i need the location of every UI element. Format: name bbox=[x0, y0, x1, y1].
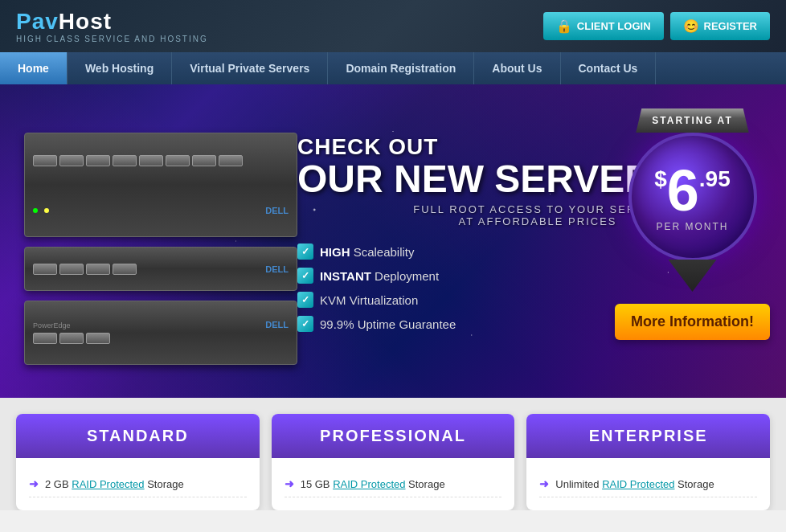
nav-web-hosting[interactable]: Web Hosting bbox=[68, 52, 172, 84]
check-icon-3: ✓ bbox=[297, 292, 313, 308]
plan-professional-storage: ➜ 15 GB RAID Protected Storage bbox=[285, 471, 502, 497]
feature-2-text: INSTANT Deployment bbox=[320, 269, 439, 283]
drive-3 bbox=[86, 155, 110, 166]
feature-1-text: HIGH Scaleability bbox=[320, 245, 415, 259]
server-led-2 bbox=[44, 208, 49, 213]
hero-subtitle-2: AT AFFORDABLE PRICES bbox=[458, 215, 616, 227]
drive-10 bbox=[59, 264, 84, 275]
drive-14 bbox=[59, 333, 84, 344]
plan-standard: STANDARD ➜ 2 GB RAID Protected Storage bbox=[16, 414, 260, 510]
drive-1 bbox=[33, 155, 57, 166]
plan-professional: PROFESSIONAL ➜ 15 GB RAID Protected Stor… bbox=[272, 414, 515, 510]
nav-home[interactable]: Home bbox=[0, 52, 68, 84]
drive-4 bbox=[113, 155, 137, 166]
plan-enterprise-body: ➜ Unlimited RAID Protected Storage bbox=[526, 458, 770, 510]
nav-about[interactable]: About Us bbox=[474, 52, 560, 84]
nav-domain[interactable]: Domain Registration bbox=[328, 52, 474, 84]
arrow-icon-2: ➜ bbox=[285, 477, 294, 490]
logo: PavHost HIGH CLASS SERVICE AND HOSTING bbox=[16, 9, 208, 43]
drive-15 bbox=[86, 333, 110, 344]
logo-subtitle: HIGH CLASS SERVICE AND HOSTING bbox=[16, 35, 208, 43]
plan-standard-storage: ➜ 2 GB RAID Protected Storage bbox=[29, 471, 247, 497]
lock-icon: 🔒 bbox=[556, 18, 572, 34]
raid-link-1[interactable]: RAID Protected bbox=[72, 478, 144, 490]
drive-11 bbox=[86, 264, 110, 275]
raid-link-2[interactable]: RAID Protected bbox=[333, 478, 405, 490]
plan-enterprise-storage: ➜ Unlimited RAID Protected Storage bbox=[539, 471, 757, 497]
arrow-icon-3: ➜ bbox=[539, 477, 549, 490]
feature-3-text: KVM Virtualization bbox=[320, 293, 418, 307]
header-buttons: 🔒 CLIENT LOGIN 😊 REGISTER bbox=[543, 12, 770, 40]
drive-8 bbox=[219, 155, 243, 166]
raid-link-3[interactable]: RAID Protected bbox=[602, 478, 674, 490]
price-tag-arrow bbox=[669, 260, 717, 292]
logo-text: PavHost bbox=[16, 9, 208, 35]
server-led-1 bbox=[33, 208, 38, 213]
starting-at-label: STARTING AT bbox=[636, 108, 748, 133]
server-unit-3: PowerEdge DELL bbox=[24, 301, 297, 365]
dell-logo: DELL bbox=[265, 206, 289, 215]
check-icon-2: ✓ bbox=[297, 268, 313, 284]
plan-standard-name: STANDARD bbox=[29, 427, 247, 445]
login-label: CLIENT LOGIN bbox=[577, 20, 651, 32]
plan-standard-body: ➜ 2 GB RAID Protected Storage bbox=[16, 458, 260, 510]
storage-text-3: Unlimited RAID Protected Storage bbox=[555, 478, 714, 490]
arrow-icon-1: ➜ bbox=[29, 477, 39, 490]
price-dollar: $ bbox=[654, 168, 667, 190]
register-label: REGISTER bbox=[704, 20, 757, 32]
server-drives-top bbox=[33, 155, 289, 166]
register-button[interactable]: 😊 REGISTER bbox=[670, 12, 770, 40]
plans-section: STANDARD ➜ 2 GB RAID Protected Storage P… bbox=[0, 398, 786, 510]
plan-professional-header: PROFESSIONAL bbox=[272, 414, 515, 458]
storage-text-1: 2 GB RAID Protected Storage bbox=[45, 478, 184, 490]
plan-enterprise-header: ENTERPRISE bbox=[526, 414, 770, 458]
feature-4-text: 99.9% Uptime Guarantee bbox=[320, 317, 456, 331]
server-unit-2: DELL bbox=[24, 247, 297, 291]
price-amount: $ 6 .95 bbox=[654, 162, 731, 219]
nav-vps[interactable]: Virtual Private Servers bbox=[172, 52, 328, 84]
logo-pav: Pav bbox=[16, 9, 59, 34]
server-unit-1: DELL bbox=[24, 133, 297, 237]
logo-host: Host bbox=[59, 9, 112, 34]
plan-standard-header: STANDARD bbox=[16, 414, 260, 458]
drive-2 bbox=[59, 155, 84, 166]
price-badge: STARTING AT $ 6 .95 PER MONTH More Infor… bbox=[615, 108, 770, 340]
plan-professional-body: ➜ 15 GB RAID Protected Storage bbox=[272, 458, 515, 510]
drive-9 bbox=[33, 264, 57, 275]
price-decimal: .95 bbox=[699, 168, 731, 190]
drive-6 bbox=[166, 155, 190, 166]
poweredge-label: PowerEdge bbox=[33, 321, 260, 329]
server-drives-3 bbox=[33, 333, 260, 344]
user-icon: 😊 bbox=[683, 18, 699, 34]
plan-enterprise: ENTERPRISE ➜ Unlimited RAID Protected St… bbox=[526, 414, 770, 510]
dell-logo-3: DELL bbox=[265, 320, 289, 329]
client-login-button[interactable]: 🔒 CLIENT LOGIN bbox=[543, 12, 664, 40]
check-icon-4: ✓ bbox=[297, 316, 313, 332]
price-circle: $ 6 .95 PER MONTH bbox=[628, 133, 757, 261]
server-image: DELL DELL PowerEdge DELL bbox=[24, 133, 297, 374]
more-info-button[interactable]: More Information! bbox=[615, 304, 770, 340]
nav-contact[interactable]: Contact Us bbox=[561, 52, 657, 84]
price-integer: 6 bbox=[667, 162, 699, 219]
site-header: PavHost HIGH CLASS SERVICE AND HOSTING 🔒… bbox=[0, 0, 786, 52]
drive-5 bbox=[139, 155, 163, 166]
plan-professional-name: PROFESSIONAL bbox=[285, 427, 502, 445]
hero-banner: DELL DELL PowerEdge DELL bbox=[0, 84, 786, 398]
check-icon-1: ✓ bbox=[297, 243, 313, 260]
dell-logo-2: DELL bbox=[265, 264, 289, 274]
storage-text-2: 15 GB RAID Protected Storage bbox=[301, 478, 445, 490]
plan-enterprise-name: ENTERPRISE bbox=[539, 427, 757, 445]
drive-13 bbox=[33, 333, 57, 344]
per-month-label: PER MONTH bbox=[657, 221, 729, 232]
drive-7 bbox=[192, 155, 216, 166]
server-drives-2 bbox=[33, 264, 260, 275]
main-nav: Home Web Hosting Virtual Private Servers… bbox=[0, 52, 786, 84]
drive-12 bbox=[113, 264, 137, 275]
